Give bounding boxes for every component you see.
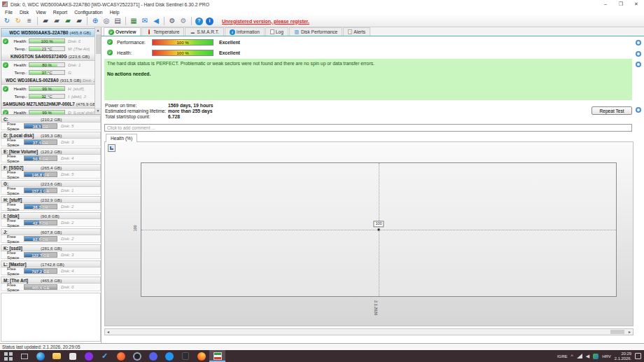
taskbar-button[interactable] [0, 350, 16, 362]
help-icon[interactable] [636, 62, 641, 67]
performance-row: ✓ Performance: 100 % Excellent [106, 38, 240, 46]
scroll-down-arrow[interactable]: ▼ [95, 108, 101, 114]
comment-input[interactable] [104, 124, 632, 132]
volume-item[interactable]: F: [SSD2] (265,4 GB) Free Space 146,8 GB… [1, 164, 101, 179]
volume-icon[interactable]: ◀ [586, 354, 589, 359]
menu-item[interactable]: File [1, 10, 16, 15]
scroll-left-arrow[interactable]: ◄ [105, 329, 111, 335]
temp-label: Temp.: [10, 94, 29, 99]
action-center-icon[interactable] [635, 353, 641, 359]
repeat-test-button[interactable]: Repeat Test [592, 106, 632, 115]
mail-icon[interactable]: ✉ [140, 16, 150, 26]
disk-extended-test-icon[interactable]: ▰ [74, 16, 84, 26]
taskbar-button[interactable] [193, 350, 209, 362]
announce-icon[interactable]: ◀ [151, 16, 161, 26]
volume-item[interactable]: M: [The Art] (465,8 GB) Free Space 465,6… [1, 277, 101, 292]
settings-gear-icon[interactable]: ⚙ [167, 16, 177, 26]
taskbar-button[interactable] [177, 350, 193, 362]
taskbar-button[interactable] [113, 350, 129, 362]
tab[interactable]: Alerts [343, 27, 370, 36]
taskbar-button[interactable] [129, 350, 145, 362]
tab[interactable]: S.M.A.R.T. [185, 27, 224, 36]
disk-ok-test-icon[interactable]: ▰ [63, 16, 73, 26]
volume-disk-ref: Disk: 2 [61, 204, 74, 209]
toolbar-separator[interactable] [191, 17, 192, 25]
toolbar-separator[interactable] [164, 17, 164, 25]
help-icon[interactable] [636, 107, 641, 113]
language-indicator[interactable]: HRV [602, 354, 611, 358]
volume-item[interactable]: C: (210,2 GB) Free Space 38,5 GB Disk: 5 [1, 116, 101, 131]
toolbar-separator[interactable] [37, 17, 38, 25]
help-icon[interactable] [636, 51, 641, 57]
printer-icon[interactable]: ▤ [113, 16, 122, 26]
minimize-button[interactable]: – [598, 1, 613, 7]
help-icon[interactable] [636, 40, 641, 46]
menu-item[interactable]: Report [50, 10, 71, 15]
taskbar-button[interactable] [32, 350, 48, 362]
menu-item[interactable]: View [32, 10, 50, 15]
free-space-bar: 38,3 GB [24, 204, 57, 209]
taskbar-button[interactable] [209, 350, 225, 362]
help-icon[interactable]: ? [195, 18, 203, 25]
volume-item[interactable]: I: [disk] (90,8 GB) Free Space 42,7 GB D… [1, 212, 101, 228]
volume-item[interactable]: E: [New Volume] (120,2 GB) Free Space 50… [1, 148, 101, 163]
horizontal-scrollbar[interactable]: ◄ ► [104, 328, 634, 335]
menu-item[interactable]: Help [106, 10, 123, 15]
volume-item[interactable]: G: (223,6 GB) Free Space 157,1 GB Disk: … [1, 180, 101, 195]
disk-surface-test-icon[interactable]: ▰ [41, 16, 50, 26]
menu-item[interactable]: Disk [16, 10, 32, 15]
security-tray-icon[interactable] [593, 354, 598, 359]
tray-clock[interactable]: 20:29 2.1.2026. [615, 351, 631, 361]
disk-item[interactable]: SAMSUNG MZ7LN512HMJP-000L7 (476,9 GB) ✓ … [1, 100, 100, 115]
tab[interactable]: Disk Performance [289, 27, 342, 36]
chart-tab-health[interactable]: Health (%) [106, 134, 137, 142]
memory-icon[interactable]: ▦ [129, 16, 139, 26]
taskbar-button[interactable] [64, 350, 80, 362]
tray-chevron-icon[interactable]: ^ [571, 354, 573, 358]
volume-item[interactable]: L: [Maxtor] (1742,8 GB) Free Space 797,2… [1, 260, 101, 276]
tab[interactable]: Overview [104, 27, 141, 36]
unregistered-notice[interactable]: Unregistered version, please register. [222, 19, 309, 24]
maximize-button[interactable]: ❒ [613, 1, 629, 7]
disk-item[interactable]: KINGSTON SA400S37240G (223,6 GB) ✓ Healt… [1, 53, 100, 76]
disk-list-scrollbar[interactable]: ▲ ▼ [94, 27, 101, 114]
volume-item[interactable]: D: [Local disk] (195,3 GB) Free Space 37… [1, 132, 101, 147]
menu-item[interactable]: Configuration [71, 10, 106, 15]
disk-item[interactable]: WDC WD5000AAKS-22A7B0 (465,8 GB) ✓ Healt… [1, 29, 100, 53]
scroll-right-arrow[interactable]: ► [626, 329, 633, 335]
taskbar-button[interactable] [145, 350, 161, 362]
tab[interactable]: Information [225, 27, 265, 36]
taskbar-button[interactable] [16, 350, 32, 362]
info-icon[interactable]: i [206, 18, 214, 25]
volume-item[interactable]: K: [ssd3] (281,6 GB) Free Space 122,7 GB… [1, 244, 101, 260]
disk-short-test-icon[interactable]: ▰ [52, 16, 62, 26]
volume-item[interactable]: H: [stuff] (232,9 GB) Free Space 38,3 GB… [1, 196, 101, 211]
disk-drive-ref: M: [The Art] [68, 47, 90, 51]
disk-zoom-icon[interactable]: ◎ [102, 16, 111, 26]
toolbar-separator[interactable] [125, 17, 126, 25]
tab[interactable]: Log [265, 27, 288, 36]
network-icon[interactable] [577, 354, 582, 358]
tools-gear-icon[interactable]: ⚙ [178, 16, 188, 26]
taskbar-button[interactable] [161, 350, 177, 362]
taskbar-button[interactable] [48, 350, 64, 362]
close-button[interactable]: ✕ [629, 1, 644, 7]
taskbar-button[interactable] [80, 350, 97, 362]
scroll-up-arrow[interactable]: ▲ [95, 27, 101, 34]
taskbar-button[interactable] [97, 350, 113, 362]
tray-folder-label[interactable]: IGRE [557, 354, 568, 358]
refresh-config-icon[interactable]: ↻ [13, 16, 23, 26]
volume-item[interactable]: J: (607,8 GB) Free Space 92,6 GB Disk: 2 [1, 228, 101, 244]
tab[interactable]: Temperature [141, 27, 184, 36]
scroll-thumb[interactable] [96, 34, 101, 54]
toolbar-separator[interactable] [87, 17, 88, 25]
save-chart-icon[interactable] [108, 144, 115, 152]
details-icon[interactable]: ≡ [24, 16, 34, 26]
world-clock-icon[interactable]: ⊕ [90, 16, 100, 26]
volume-disk-ref: Disk: 0 [61, 285, 74, 289]
scroll-thumb[interactable] [610, 330, 624, 334]
free-space-label: Free Space [1, 186, 24, 195]
disk-item[interactable]: WDC WD10EALS-00Z8A0 (931,5 GB) Disk: 2 ✓… [1, 76, 100, 100]
refresh-icon[interactable]: ↻ [2, 16, 12, 26]
free-space-label: Free Space [1, 121, 24, 131]
